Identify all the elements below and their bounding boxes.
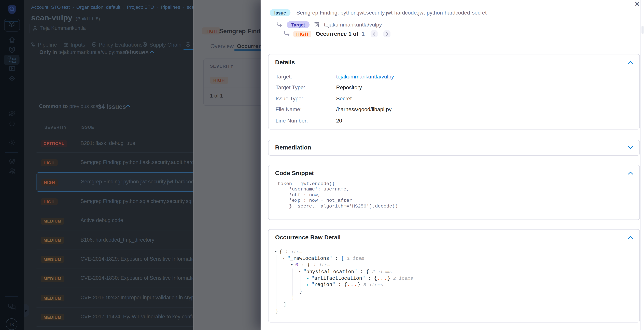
collapsed-arrow-icon[interactable]: ▸ [307,276,311,280]
breadcrumb-item[interactable]: Account: STO test [31,4,70,10]
issue-text: CVE-2017-11424: PyJWT vulnerable to key … [80,314,211,320]
issue-header-row: Issue Semgrep Finding: python.jwt.securi… [270,9,487,16]
chevron-up-icon[interactable] [628,172,633,175]
json-tree-row: } [268,295,634,301]
details-title: Details [275,59,295,66]
test-targets-icon[interactable] [0,46,24,53]
drawer-scrollbar[interactable] [641,26,643,34]
field-value: Secret [336,95,352,102]
issue-detail-drawer: ✕ Issue Semgrep Finding: python.jwt.secu… [260,0,644,330]
network-settings-icon[interactable] [0,168,24,174]
collapse-caret-icon[interactable] [126,104,130,107]
sto-module-logo-icon [0,4,24,15]
detail-field: Target Type:Repository [276,82,394,93]
getting-started-icon[interactable] [0,120,24,127]
code-snippet: token = jwt.encode({ 'username': usernam… [278,181,398,209]
chevron-down-icon[interactable] [628,146,633,149]
exemptions-eye-off-icon[interactable] [0,110,24,116]
only-in-label: Only in [40,50,57,55]
issue-text: CVE-2014-1829: Exposure of Sensitive Inf… [80,256,211,262]
issue-modal: HIGH Semgrep Findin OverviewOccurrenc SE… [193,0,260,330]
security-icon [186,42,190,47]
sidebar-divider [6,296,18,296]
breadcrumb-item[interactable]: Project: STO [127,4,154,10]
severity-badge: MEDIUM [41,237,64,244]
supply-icon [142,42,148,47]
branch-arrow-icon [284,31,290,36]
settings-gear-icon[interactable] [0,139,24,146]
detail-field: Line Number:20 [276,115,394,126]
expanded-arrow-icon[interactable]: ▾ [291,263,295,268]
field-value: Repository [336,84,362,90]
home-icon[interactable] [0,36,24,43]
issue-text: B201: flask_debug_true [80,140,135,146]
prev-occurrence-button[interactable] [370,30,378,38]
only-in-row: Only in tejakummarikuntla/vulpy:master [40,50,132,55]
sidebar-divider [6,152,18,153]
breadcrumb-item[interactable]: Organization: default [76,4,120,10]
json-tree-row: } [268,288,634,295]
target-name[interactable]: tejakummarikuntla/vulpy [324,22,382,28]
pipelines-nav-highlight[interactable] [4,55,20,65]
breadcrumb[interactable]: Account: STO test›Organization: default›… [31,4,210,10]
chevron-up-icon[interactable] [628,236,633,239]
help-chat-icon[interactable]: ? [0,303,24,310]
expanded-arrow-icon[interactable]: ▾ [299,270,303,274]
common-to-row: Common to previous scan [39,104,101,109]
common-to-count[interactable]: 34 Issues [98,103,126,110]
json-tree-row: ] [268,301,634,308]
close-icon[interactable]: ✕ [634,0,640,8]
tab-policy-evaluations[interactable]: Policy Evaluations [92,42,142,48]
column-issue: ISSUE [80,125,94,129]
expanded-arrow-icon[interactable]: ▾ [275,250,279,254]
only-in-count[interactable]: 0 Issues [125,49,148,55]
severity-badge: MEDIUM [41,256,64,263]
field-value[interactable]: tejakummarikuntla/vulpy [336,74,394,80]
field-label: File Name: [276,106,336,112]
layers-settings-icon[interactable] [0,158,24,165]
tab-pipeline[interactable]: Pipeline [31,42,57,48]
raw-detail-title: Occurrence Raw Detail [275,234,341,240]
tab-supply-chain[interactable]: Supply Chain [142,42,182,48]
breadcrumb-separator: › [157,4,158,10]
occurrence-total: 1 [362,31,365,37]
targets-icon[interactable] [0,75,24,82]
json-tree-row[interactable]: ▾"_rawLocations" : [1 item [268,255,634,262]
field-value: /harness/good/libapi.py [336,106,392,112]
code-snippet-title: Code Snippet [275,170,314,176]
severity-badge: CRITICAL [41,140,67,147]
issue-text: Active debug code [80,218,123,223]
person-icon [32,26,38,31]
breadcrumb-separator: › [72,4,74,10]
chevron-up-icon[interactable] [628,60,633,64]
json-tree-row[interactable]: ▾{1 item [268,249,634,255]
column-severity: SEVERITY [36,125,80,129]
detail-field: File Name:/harness/good/libapi.py [276,104,394,115]
collapse-caret-icon[interactable] [150,50,154,53]
target-badge: Target [287,21,310,28]
json-tree-row[interactable]: ▸"region" : {...}5 items [268,282,634,288]
json-tree-row[interactable]: ▾0 : {1 item [268,262,634,268]
collapsed-arrow-icon[interactable]: ▸ [307,282,311,287]
breadcrumb-item[interactable]: Pipelines [161,4,180,10]
severity-badge: MEDIUM [41,276,64,282]
tab-inputs[interactable]: Inputs [64,42,85,48]
common-to-label: Common to [39,104,68,109]
occurrence-label: Occurrence 1 of [316,31,358,37]
issue-text: Semgrep Finding: python.jwt.security.jwt… [81,179,209,185]
module-switcher-button[interactable] [4,19,20,32]
raw-detail-section: Occurrence Raw Detail ▾{1 item▾"_rawLoca… [268,229,640,322]
remediation-title: Remediation [275,144,311,151]
detail-field: Issue Type:Secret [276,93,394,104]
executions-icon[interactable] [0,65,24,72]
json-tree-row[interactable]: ▸"artifactLocation" : {...}2 items [268,275,634,282]
policy-icon [92,42,97,47]
json-tree-row[interactable]: ▾"physicalLocation" : {2 items [268,268,634,275]
user-avatar[interactable]: TK [6,318,17,330]
next-occurrence-button[interactable] [384,30,390,38]
severity-badge: MEDIUM [41,314,64,320]
expanded-arrow-icon[interactable]: ▾ [283,256,287,261]
issue-text: Semgrep Finding: python.flask.security.a… [80,160,210,165]
sidebar-expand-handle[interactable]: ▶ [24,304,29,317]
issues-table-header: SEVERITY ISSUE [36,120,94,134]
